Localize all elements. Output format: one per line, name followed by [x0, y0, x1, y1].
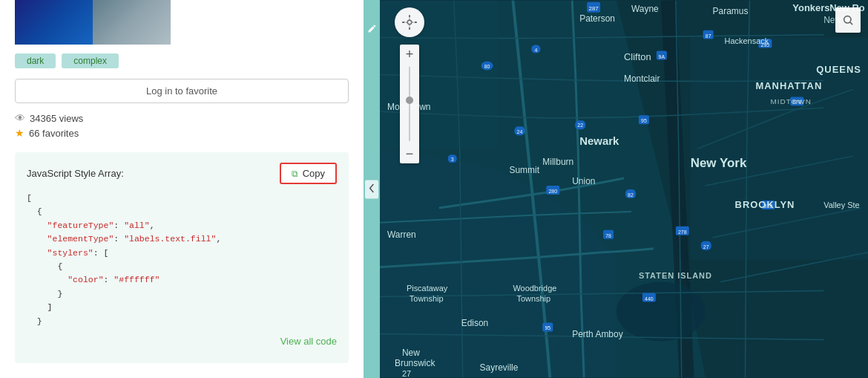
- eye-icon: 👁: [15, 112, 25, 124]
- svg-text:New York: New York: [691, 156, 747, 170]
- views-count: 34365 views: [30, 113, 83, 124]
- svg-text:Yonkers: Yonkers: [792, 2, 829, 13]
- svg-text:STATEN ISLAND: STATEN ISLAND: [639, 271, 712, 280]
- svg-text:Montclair: Montclair: [624, 74, 660, 84]
- thumbnail-row: [15, 0, 349, 45]
- svg-text:82: 82: [628, 192, 634, 198]
- tag-dark[interactable]: dark: [15, 53, 56, 68]
- svg-text:87: 87: [706, 33, 711, 39]
- svg-text:Sayreville: Sayreville: [480, 362, 519, 373]
- left-panel: dark complex Log in to favorite 👁 34365 …: [0, 0, 364, 378]
- svg-text:Clifton: Clifton: [624, 51, 651, 62]
- zoom-out-button[interactable]: −: [400, 144, 419, 163]
- svg-text:Hackensack: Hackensack: [725, 36, 769, 45]
- svg-text:95: 95: [641, 118, 647, 123]
- compass-button[interactable]: [395, 7, 424, 37]
- svg-text:27: 27: [402, 369, 411, 378]
- tag-complex[interactable]: complex: [62, 53, 119, 68]
- svg-text:Piscataway: Piscataway: [407, 284, 448, 293]
- svg-text:Township: Township: [516, 294, 550, 303]
- map-panel: 287 80 4 3 280 24 22 95 78 9A 87 278: [380, 0, 868, 378]
- code-label: JavaScript Style Array:: [27, 168, 124, 179]
- zoom-thumb: [406, 97, 413, 104]
- move-icon: [401, 14, 418, 30]
- svg-text:Brunswick: Brunswick: [395, 358, 435, 368]
- svg-text:Newark: Newark: [579, 134, 619, 147]
- star-icon: ★: [15, 127, 24, 139]
- svg-text:Wayne: Wayne: [631, 4, 659, 14]
- stats-row: 👁 34365 views ★ 66 favorites: [15, 112, 349, 139]
- svg-text:Millburn: Millburn: [542, 157, 573, 167]
- views-stat: 👁 34365 views: [15, 112, 349, 124]
- svg-text:4: 4: [534, 48, 537, 53]
- map-divider: [364, 0, 380, 378]
- svg-text:80: 80: [484, 64, 490, 69]
- map-controls: + −: [395, 7, 424, 163]
- svg-text:New: New: [402, 348, 420, 358]
- chevron-left-icon: [368, 183, 375, 193]
- tags-row: dark complex: [15, 53, 349, 68]
- svg-text:27: 27: [703, 244, 709, 250]
- svg-text:Woodbridge: Woodbridge: [513, 284, 556, 293]
- favorite-button[interactable]: Log in to favorite: [15, 79, 349, 103]
- copy-label: Copy: [303, 168, 325, 179]
- zoom-in-button[interactable]: +: [400, 45, 419, 64]
- thumb-light[interactable]: [93, 0, 171, 45]
- copy-icon: ⧉: [292, 169, 298, 179]
- svg-text:95: 95: [545, 325, 550, 330]
- search-icon: [842, 14, 854, 26]
- favorites-stat: ★ 66 favorites: [15, 127, 349, 139]
- svg-text:Paterson: Paterson: [579, 13, 615, 24]
- code-section: JavaScript Style Array: ⧉ Copy [ { "feat…: [15, 152, 349, 363]
- zoom-slider[interactable]: [409, 67, 410, 141]
- map-search-button[interactable]: [835, 7, 861, 33]
- svg-text:3: 3: [451, 157, 454, 162]
- view-all-link[interactable]: View all code: [280, 336, 337, 347]
- svg-text:Warren: Warren: [387, 229, 416, 240]
- pencil-icon: [367, 24, 377, 33]
- svg-text:9A: 9A: [659, 54, 665, 59]
- svg-text:440: 440: [645, 296, 654, 302]
- svg-text:287: 287: [588, 5, 599, 12]
- copy-button[interactable]: ⧉ Copy: [280, 163, 337, 184]
- zoom-controls: + −: [400, 45, 419, 163]
- code-block: [ { "featureType": "all", "elementType":…: [27, 192, 337, 328]
- svg-text:QUEENS: QUEENS: [816, 64, 861, 75]
- svg-text:22: 22: [577, 123, 583, 128]
- svg-text:BROOKLYN: BROOKLYN: [735, 199, 795, 210]
- svg-text:Paramus: Paramus: [713, 6, 749, 16]
- collapse-button[interactable]: [365, 180, 378, 198]
- favorites-count: 66 favorites: [29, 128, 79, 139]
- edit-button[interactable]: [364, 21, 380, 36]
- svg-text:MANHATTAN: MANHATTAN: [755, 80, 822, 91]
- svg-text:24: 24: [517, 129, 523, 134]
- svg-text:MIDTOWN: MIDTOWN: [770, 97, 811, 105]
- svg-text:Union: Union: [572, 176, 595, 186]
- map-svg: 287 80 4 3 280 24 22 95 78 9A 87 278: [380, 0, 868, 378]
- svg-text:Valley Ste: Valley Ste: [823, 201, 860, 209]
- thumb-dark[interactable]: [15, 0, 93, 45]
- svg-text:Township: Township: [410, 294, 444, 303]
- code-header: JavaScript Style Array: ⧉ Copy: [27, 163, 337, 184]
- svg-text:278: 278: [678, 229, 687, 235]
- svg-point-75: [407, 20, 412, 25]
- svg-point-1: [617, 282, 706, 342]
- svg-text:Perth Amboy: Perth Amboy: [572, 329, 622, 339]
- svg-text:Edison: Edison: [461, 318, 489, 328]
- svg-text:280: 280: [548, 189, 557, 194]
- svg-text:78: 78: [605, 233, 611, 238]
- svg-text:Summit: Summit: [509, 165, 539, 175]
